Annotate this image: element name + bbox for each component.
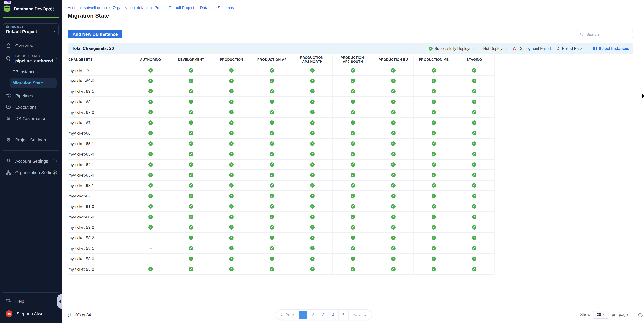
- status-deployed-check-icon: ✓: [229, 267, 234, 271]
- breadcrumb-project-link[interactable]: Project: Default Project: [154, 6, 194, 10]
- sidebar-item-label: Organization Settings: [15, 170, 57, 175]
- pagination-next-button[interactable]: Next →: [349, 310, 372, 320]
- status-deployed-check-icon: ✓: [310, 204, 314, 209]
- status-cell: ✓: [454, 264, 495, 274]
- pagination-page-2[interactable]: 2: [308, 310, 318, 320]
- status-deployed-check-icon: ✓: [391, 100, 396, 104]
- info-icon[interactable]: ⓘ: [53, 158, 57, 164]
- status-deployed-check-icon: ✓: [310, 225, 314, 229]
- status-deployed-check-icon: ✓: [189, 141, 193, 146]
- chat-widget-icon[interactable]: [638, 312, 643, 317]
- status-deployed-check-icon: ✓: [391, 236, 396, 240]
- status-cell: ✓: [171, 233, 212, 243]
- status-deployed-check-icon: ✓: [189, 162, 193, 167]
- status-deployed-check-icon: ✓: [391, 89, 396, 94]
- sidebar-item-organization-settings[interactable]: Organization Settings ⓘ: [0, 167, 62, 178]
- pagination-page-1[interactable]: 1: [298, 310, 308, 320]
- status-deployed-check-icon: ✓: [229, 100, 234, 104]
- status-deployed-check-icon: ✓: [472, 267, 476, 271]
- legend-label: Not Deployed: [483, 46, 506, 51]
- status-deployed-check-icon: ✓: [432, 152, 436, 156]
- column-bars-icon: [593, 47, 597, 50]
- status-cell: ✓: [171, 222, 212, 232]
- breadcrumb-account-link[interactable]: Account: satwell-demo: [68, 6, 107, 10]
- add-new-db-instance-button[interactable]: Add New DB Instance: [68, 30, 122, 39]
- status-deployed-check-icon: ✓: [148, 110, 153, 114]
- status-cell: ✓: [252, 107, 292, 117]
- status-deployed-check-icon: ✓: [432, 173, 436, 177]
- status-deployed-check-icon: ✓: [472, 173, 476, 177]
- info-icon[interactable]: ⓘ: [53, 170, 57, 175]
- changeset-name: my-ticket-67-0: [68, 107, 130, 117]
- mouse-cursor: [642, 94, 644, 100]
- status-cell: ✓: [292, 118, 333, 128]
- status-cell: ✓: [171, 86, 212, 96]
- app-switcher-grid-icon[interactable]: [49, 7, 54, 11]
- sidebar-item-project-settings[interactable]: ⚙ Project Settings: [0, 134, 62, 145]
- status-deployed-check-icon: ✓: [229, 173, 234, 177]
- table-row: my-ticket-66✓✓✓✓✓✓✓✓✓: [68, 128, 495, 139]
- sidebar-collapse-handle[interactable]: [57, 294, 62, 309]
- status-deployed-check-icon: ✓: [391, 215, 396, 219]
- status-cell: ✓: [333, 264, 373, 274]
- sidebar-item-db-instances[interactable]: DB Instances: [8, 67, 62, 77]
- changeset-name: my-ticket-68: [68, 97, 130, 107]
- sidebar-item-db-governance[interactable]: ⚙ DB Governance: [0, 113, 62, 124]
- page-number: 5: [342, 312, 344, 317]
- status-cell: ✓: [130, 170, 171, 180]
- select-instances-button[interactable]: Select Instances: [593, 46, 629, 51]
- status-deployed-check-icon: ✓: [270, 256, 274, 261]
- search-input[interactable]: [586, 32, 630, 37]
- status-deployed-check-icon: ✓: [148, 79, 153, 83]
- status-cell: ✓: [454, 181, 495, 190]
- pagination: ← Prev 1 2 3 4 5 Next →: [276, 310, 372, 320]
- status-cell: ✓: [212, 139, 252, 149]
- status-deployed-check-icon: ✓: [148, 194, 153, 198]
- status-deployed-check-icon: ✓: [351, 152, 355, 156]
- status-cell: ✓: [333, 181, 373, 190]
- sidebar-item-migration-state[interactable]: Migration State: [10, 78, 57, 88]
- status-deployed-check-icon: ✓: [310, 183, 314, 188]
- project-selector[interactable]: PROJECT Default Project ›: [3, 23, 59, 37]
- pagination-prev-button[interactable]: ← Prev: [276, 310, 298, 320]
- status-deployed-check-icon: ✓: [432, 121, 436, 125]
- pagination-page-4[interactable]: 4: [328, 310, 338, 320]
- pagination-page-5[interactable]: 5: [338, 310, 349, 320]
- sidebar-item-pipelines[interactable]: Pipelines: [0, 90, 62, 101]
- sidebar-item-account-settings[interactable]: Account Settings ⓘ: [0, 155, 62, 167]
- status-deployed-check-icon: ✓: [148, 100, 153, 104]
- status-deployed-check-icon: ✓: [432, 131, 436, 135]
- breadcrumb-organization-link[interactable]: Organization: default: [113, 6, 148, 10]
- status-deployed-check-icon: ✓: [472, 110, 476, 114]
- status-cell: ✓: [171, 76, 212, 86]
- user-name: Stephen Atwell: [16, 311, 46, 316]
- sidebar-item-overview[interactable]: Overview: [0, 40, 62, 51]
- page-size-select[interactable]: 20: [593, 310, 609, 318]
- status-deployed-check-icon: ✓: [432, 79, 436, 83]
- status-deployed-check-icon: ✓: [310, 152, 314, 156]
- db-schemas-label: DB SCHEMAS: [15, 54, 53, 58]
- pagination-page-3[interactable]: 3: [318, 310, 328, 320]
- status-deployed-check-icon: ✓: [432, 267, 436, 271]
- user-menu[interactable]: SA Stephen Atwell: [0, 307, 62, 320]
- page-size-value: 20: [597, 312, 601, 317]
- sidebar-item-db-schemas[interactable]: DB SCHEMAS pipeline_authored ›: [0, 51, 62, 66]
- status-deployed-check-icon: ✓: [391, 225, 396, 229]
- status-deployed-check-icon: ✓: [391, 194, 396, 198]
- status-deployed-check-icon: ✓: [351, 121, 355, 125]
- column-header-production-eu: PRODUCTION-EU: [373, 55, 414, 65]
- status-deployed-check-icon: ✓: [148, 152, 153, 156]
- dash-icon: –: [479, 46, 481, 51]
- search-box[interactable]: [576, 30, 633, 39]
- sidebar-item-help[interactable]: ? Help: [0, 295, 62, 307]
- status-deployed-check-icon: ✓: [472, 162, 476, 167]
- status-deployed-check-icon: ✓: [310, 162, 314, 167]
- status-deployed-check-icon: ✓: [148, 131, 153, 135]
- main-content: Account: satwell-demo › Organization: de…: [62, 0, 644, 323]
- changeset-name: my-ticket-64: [68, 160, 130, 169]
- status-deployed-check-icon: ✓: [472, 256, 476, 261]
- status-deployed-check-icon: ✓: [229, 183, 234, 188]
- status-cell: ✓: [373, 149, 414, 159]
- sidebar-item-executions[interactable]: Executions: [0, 101, 62, 113]
- breadcrumb-database-schemas-link[interactable]: Database Schemas: [200, 6, 234, 10]
